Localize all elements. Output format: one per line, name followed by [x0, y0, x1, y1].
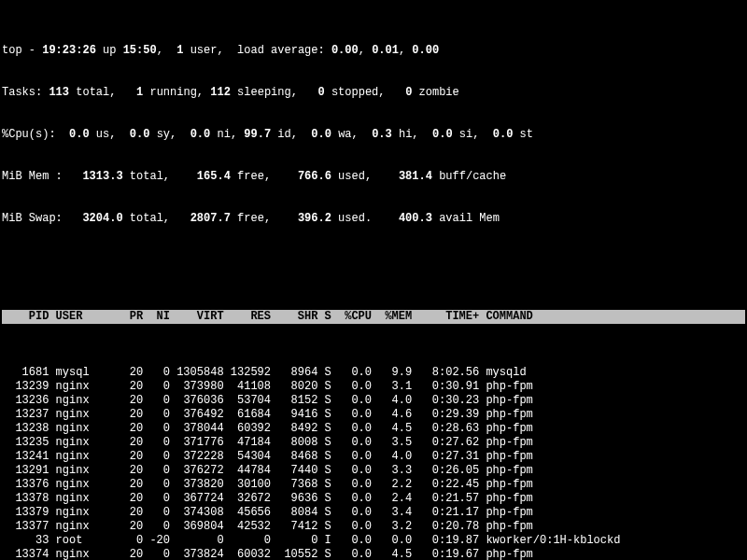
- cell-mem: 0.0: [372, 534, 412, 548]
- cell-pid: 13237: [2, 408, 49, 422]
- col-user[interactable]: USER: [49, 310, 116, 324]
- col-cpu[interactable]: %CPU: [331, 310, 372, 324]
- process-row[interactable]: 13291nginx200376272447847440S0.03.30:26.…: [2, 464, 745, 478]
- process-row[interactable]: 13235nginx200371776471848008S0.03.50:27.…: [2, 436, 745, 450]
- cell-cmd: php-fpm: [479, 506, 533, 520]
- col-res[interactable]: RES: [224, 310, 271, 324]
- cell-pr: 20: [116, 436, 143, 450]
- cell-time: 0:20.78: [412, 520, 479, 534]
- cell-user: nginx: [49, 464, 116, 478]
- cell-cpu: 0.0: [331, 394, 372, 408]
- cell-shr: 0: [271, 534, 317, 548]
- cell-ni: 0: [143, 366, 170, 380]
- process-table-header[interactable]: PID USER PR NI VIRT RES SHR S %CPU %MEM …: [2, 310, 745, 324]
- cell-s: S: [317, 422, 331, 436]
- cell-cpu: 0.0: [331, 534, 372, 548]
- cell-cpu: 0.0: [331, 478, 372, 492]
- cell-pid: 13378: [2, 492, 49, 506]
- col-s[interactable]: S: [317, 310, 331, 324]
- cell-user: root: [49, 534, 116, 548]
- cell-s: S: [317, 450, 331, 464]
- cell-shr: 8084: [271, 506, 317, 520]
- cell-cpu: 0.0: [331, 366, 372, 380]
- cell-cpu: 0.0: [331, 422, 372, 436]
- col-command[interactable]: COMMAND: [479, 310, 533, 324]
- cell-shr: 8152: [271, 394, 317, 408]
- cell-res: 60032: [224, 548, 271, 560]
- cell-time: 0:29.39: [412, 408, 479, 422]
- cell-cpu: 0.0: [331, 450, 372, 464]
- cell-ni: 0: [143, 506, 170, 520]
- cell-shr: 8468: [271, 450, 317, 464]
- cell-pr: 0: [116, 534, 143, 548]
- cell-virt: 376492: [170, 408, 224, 422]
- cell-s: S: [317, 464, 331, 478]
- cell-res: 32672: [224, 492, 271, 506]
- process-row[interactable]: 13239nginx200373980411088020S0.03.10:30.…: [2, 380, 745, 394]
- cell-user: nginx: [49, 520, 116, 534]
- cell-res: 42532: [224, 520, 271, 534]
- col-time[interactable]: TIME+: [412, 310, 479, 324]
- cell-time: 8:02.56: [412, 366, 479, 380]
- cell-pr: 20: [116, 492, 143, 506]
- process-row[interactable]: 13378nginx200367724326729636S0.02.40:21.…: [2, 492, 745, 506]
- process-row[interactable]: 13241nginx200372228543048468S0.04.00:27.…: [2, 450, 745, 464]
- cell-res: 30100: [224, 478, 271, 492]
- cell-cmd: php-fpm: [479, 548, 533, 560]
- cell-user: nginx: [49, 548, 116, 560]
- process-row[interactable]: 13379nginx200374308456568084S0.03.40:21.…: [2, 506, 745, 520]
- cell-cpu: 0.0: [331, 548, 372, 560]
- cell-shr: 10552: [271, 548, 317, 560]
- cell-mem: 3.3: [372, 464, 412, 478]
- process-row[interactable]: 1681mysql20013058481325928964S0.09.98:02…: [2, 366, 745, 380]
- cell-time: 0:22.45: [412, 478, 479, 492]
- cell-mem: 4.0: [372, 394, 412, 408]
- col-shr[interactable]: SHR: [271, 310, 317, 324]
- col-pr[interactable]: PR: [116, 310, 143, 324]
- summary-line-tasks: Tasks: 113 total, 1 running, 112 sleepin…: [2, 86, 745, 100]
- cell-pid: 33: [2, 534, 49, 548]
- cell-pr: 20: [116, 408, 143, 422]
- col-mem[interactable]: %MEM: [372, 310, 412, 324]
- cell-pr: 20: [116, 422, 143, 436]
- cell-pr: 20: [116, 506, 143, 520]
- cell-mem: 4.6: [372, 408, 412, 422]
- cell-cmd: mysqld: [479, 366, 526, 380]
- process-row[interactable]: 13237nginx200376492616849416S0.04.60:29.…: [2, 408, 745, 422]
- cell-mem: 3.5: [372, 436, 412, 450]
- cell-virt: 373820: [170, 478, 224, 492]
- cell-res: 44784: [224, 464, 271, 478]
- cell-cpu: 0.0: [331, 492, 372, 506]
- cell-mem: 4.5: [372, 548, 412, 560]
- cell-cmd: php-fpm: [479, 408, 533, 422]
- cell-user: nginx: [49, 478, 116, 492]
- cell-s: S: [317, 492, 331, 506]
- process-row[interactable]: 13374nginx2003738246003210552S0.04.50:19…: [2, 548, 745, 560]
- col-pid[interactable]: PID: [2, 310, 49, 324]
- cell-res: 47184: [224, 436, 271, 450]
- cell-user: nginx: [49, 394, 116, 408]
- col-virt[interactable]: VIRT: [170, 310, 224, 324]
- cell-virt: 1305848: [170, 366, 224, 380]
- summary-line-mem: MiB Mem : 1313.3 total, 165.4 free, 766.…: [2, 170, 745, 184]
- cell-time: 0:27.62: [412, 436, 479, 450]
- cell-ni: 0: [143, 422, 170, 436]
- cell-pid: 13377: [2, 520, 49, 534]
- col-ni[interactable]: NI: [143, 310, 170, 324]
- process-row[interactable]: 13377nginx200369804425327412S0.03.20:20.…: [2, 520, 745, 534]
- cell-ni: 0: [143, 436, 170, 450]
- process-row[interactable]: 13236nginx200376036537048152S0.04.00:30.…: [2, 394, 745, 408]
- cell-virt: 376036: [170, 394, 224, 408]
- process-row[interactable]: 13376nginx200373820301007368S0.02.20:22.…: [2, 478, 745, 492]
- cell-s: S: [317, 366, 331, 380]
- process-row[interactable]: 33root0-20000I0.00.00:19.87kworker/0:1H-…: [2, 534, 745, 548]
- cell-ni: 0: [143, 520, 170, 534]
- cell-pid: 13291: [2, 464, 49, 478]
- cell-shr: 7440: [271, 464, 317, 478]
- cell-virt: 371776: [170, 436, 224, 450]
- top-terminal[interactable]: top - 19:23:26 up 15:50, 1 user, load av…: [0, 0, 747, 560]
- process-row[interactable]: 13238nginx200378044603928492S0.04.50:28.…: [2, 422, 745, 436]
- cell-cpu: 0.0: [331, 520, 372, 534]
- process-table-body: 1681mysql20013058481325928964S0.09.98:02…: [2, 366, 745, 560]
- cell-virt: 367724: [170, 492, 224, 506]
